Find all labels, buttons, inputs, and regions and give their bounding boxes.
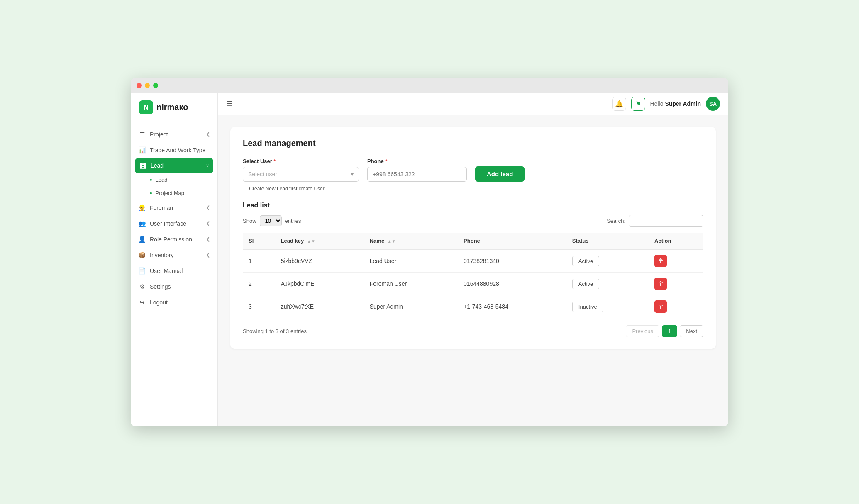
hamburger-button[interactable]: ☰	[226, 99, 233, 108]
sidebar-item-ui-label: User Interface	[150, 220, 186, 227]
entries-select[interactable]: 10	[260, 215, 282, 226]
nav-items: ☰ Project ❮ 📊 Trade And Work Type 🅱 Lead…	[131, 122, 217, 426]
cell-status: Inactive	[566, 295, 649, 318]
sidebar: N nirmaко ☰ Project ❮ 📊 Trade And Work T…	[131, 93, 218, 426]
sidebar-item-user-interface[interactable]: 👥 User Interface ❮	[131, 216, 217, 231]
delete-button[interactable]: 🗑	[654, 278, 667, 290]
select-user-label: Select User *	[243, 158, 359, 164]
sidebar-item-project-label: Project	[150, 131, 168, 138]
sidebar-item-lead-label: Lead	[151, 162, 164, 169]
status-badge: Inactive	[572, 302, 603, 312]
sub-project-map-label: Project Map	[156, 190, 184, 196]
cell-name: Super Admin	[364, 295, 458, 318]
sidebar-item-logout-label: Logout	[150, 299, 168, 306]
cell-sl: 1	[243, 249, 275, 273]
pagination: Previous 1 Next	[626, 325, 703, 337]
close-dot[interactable]	[137, 83, 142, 88]
select-user-wrapper: Select user ▼	[243, 167, 359, 182]
sidebar-item-project[interactable]: ☰ Project ❮	[131, 127, 217, 142]
bell-icon: 🔔	[615, 100, 623, 108]
top-bar: ☰ 🔔 ⚑ Hello Super Admin SA	[218, 93, 728, 115]
col-sl: Sl	[243, 233, 275, 249]
page-1-button[interactable]: 1	[662, 325, 677, 337]
logo-area: N nirmaко	[131, 93, 217, 122]
role-icon: 👤	[138, 236, 146, 243]
cell-lead-key: AJkpbdClmE	[275, 272, 364, 295]
ui-chevron-icon: ❮	[206, 221, 210, 226]
sidebar-item-trade[interactable]: 📊 Trade And Work Type	[131, 142, 217, 158]
sidebar-item-foreman-label: Foreman	[150, 205, 173, 211]
maximize-dot[interactable]	[153, 83, 158, 88]
sidebar-subitem-project-map[interactable]: Project Map	[146, 187, 217, 200]
sidebar-item-foreman[interactable]: 👷 Foreman ❮	[131, 200, 217, 216]
previous-button[interactable]: Previous	[626, 325, 659, 337]
project-icon: ☰	[138, 131, 146, 138]
phone-group: Phone *	[367, 158, 467, 182]
next-button[interactable]: Next	[680, 325, 703, 337]
table-controls: Show 10 entries Search:	[243, 215, 703, 227]
search-input[interactable]	[629, 215, 703, 227]
cell-status: Active	[566, 249, 649, 273]
name-sort-icon: ▲▼	[388, 239, 396, 243]
cell-phone: 01738281340	[458, 249, 566, 273]
col-action: Action	[649, 233, 703, 249]
lead-sub-items: Lead Project Map	[131, 173, 217, 200]
sidebar-item-role-permission[interactable]: 👤 Role Permission ❮	[131, 231, 217, 247]
phone-required-star: *	[385, 158, 387, 164]
sidebar-item-inventory[interactable]: 📦 Inventory ❮	[131, 247, 217, 263]
sidebar-item-lead[interactable]: 🅱 Lead ∨	[135, 158, 213, 173]
app-window: N nirmaко ☰ Project ❮ 📊 Trade And Work T…	[131, 78, 728, 426]
logout-icon: ↪	[138, 299, 146, 306]
settings-icon: ⚙	[138, 283, 146, 290]
required-star: *	[273, 158, 276, 164]
status-badge: Active	[572, 279, 599, 289]
page-card: Lead management Select User * Select use…	[230, 127, 716, 349]
manual-icon: 📄	[138, 267, 146, 275]
sidebar-subitem-lead[interactable]: Lead	[146, 173, 217, 187]
sidebar-item-inventory-label: Inventory	[150, 252, 174, 258]
user-greeting: Hello Super Admin	[650, 100, 701, 107]
delete-button[interactable]: 🗑	[654, 255, 667, 267]
lead-icon: 🅱	[139, 162, 146, 169]
sidebar-item-role-label: Role Permission	[150, 236, 192, 243]
notification-button[interactable]: 🔔	[612, 97, 626, 111]
sort-icon: ▲▼	[307, 239, 315, 243]
cell-name: Lead User	[364, 249, 458, 273]
sidebar-item-settings[interactable]: ⚙ Settings	[131, 279, 217, 295]
sidebar-item-logout[interactable]: ↪ Logout	[131, 295, 217, 310]
cell-lead-key: zuhXwc7tXE	[275, 295, 364, 318]
entries-label: entries	[285, 218, 301, 224]
search-label: Search:	[607, 218, 625, 224]
app-body: N nirmaко ☰ Project ❮ 📊 Trade And Work T…	[131, 93, 728, 426]
sidebar-item-manual-label: User Manual	[150, 268, 183, 274]
cell-phone: 01644880928	[458, 272, 566, 295]
col-phone: Phone	[458, 233, 566, 249]
cell-name: Foreman User	[364, 272, 458, 295]
sidebar-item-trade-label: Trade And Work Type	[150, 147, 205, 153]
sidebar-item-user-manual[interactable]: 📄 User Manual	[131, 263, 217, 279]
main-area: ☰ 🔔 ⚑ Hello Super Admin SA L	[218, 93, 728, 426]
title-bar	[131, 78, 728, 93]
cell-action: 🗑	[649, 249, 703, 273]
flag-button[interactable]: ⚑	[631, 97, 645, 111]
inventory-chevron-icon: ❮	[206, 252, 210, 258]
minimize-dot[interactable]	[145, 83, 150, 88]
lead-list-title: Lead list	[243, 202, 703, 209]
logo-text: nirmaко	[156, 102, 188, 112]
lead-table: Sl Lead key ▲▼ Name ▲▼ Phone Status Acti…	[243, 233, 703, 318]
select-user-dropdown[interactable]: Select user	[243, 167, 359, 182]
cell-action: 🗑	[649, 295, 703, 318]
logo-icon: N	[139, 100, 153, 114]
chevron-icon: ❮	[206, 131, 210, 137]
phone-input[interactable]	[367, 167, 467, 182]
cell-status: Active	[566, 272, 649, 295]
foreman-chevron-icon: ❮	[206, 205, 210, 210]
showing-text: Showing 1 to 3 of 3 entries	[243, 328, 307, 334]
table-row: 3 zuhXwc7tXE Super Admin +1-743-468-5484…	[243, 295, 703, 318]
content: Lead management Select User * Select use…	[218, 115, 728, 426]
col-name: Name ▲▼	[364, 233, 458, 249]
add-lead-button[interactable]: Add lead	[475, 166, 525, 182]
cell-action: 🗑	[649, 272, 703, 295]
user-interface-icon: 👥	[138, 220, 146, 227]
delete-button[interactable]: 🗑	[654, 300, 667, 313]
